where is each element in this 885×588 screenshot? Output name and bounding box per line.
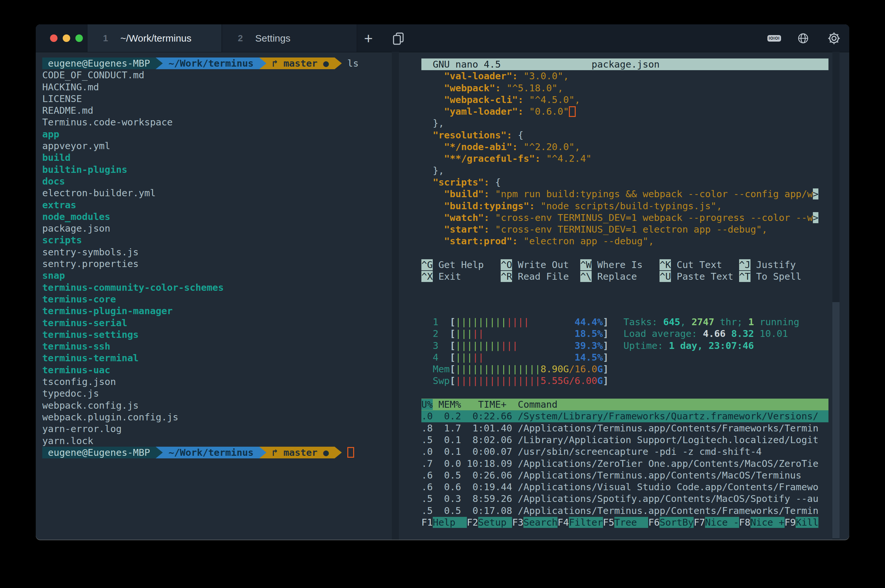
titlebar: 1 ~/Work/terminus 2 Settings + IOIOI bbox=[36, 24, 849, 52]
terminal-segment: ^\ bbox=[580, 271, 592, 282]
terminal-segment: ^X bbox=[422, 271, 433, 282]
terminal-segment: ↱ master ● bbox=[266, 57, 334, 69]
terminal-segment: ] bbox=[603, 340, 609, 351]
terminal-segment: "3.0.0", bbox=[524, 70, 569, 81]
right-pane-scrollbar-thumb[interactable] bbox=[832, 302, 840, 538]
nano-shortcuts-row: ^X Exit ^R Read File ^\ Replace ^U Paste… bbox=[422, 271, 828, 282]
terminal-segment bbox=[156, 57, 163, 69]
terminal-segment: ||||||||| bbox=[456, 316, 507, 327]
terminal-segment: running bbox=[754, 316, 800, 327]
fkey-bar: F1Help F2Setup F3SearchF4FilterF5Tree F6… bbox=[422, 516, 828, 528]
terminal-line: terminus-serial bbox=[42, 317, 396, 329]
terminal-line: sentry.properties bbox=[42, 258, 396, 270]
terminal-segment: build bbox=[42, 152, 70, 163]
terminal-segment: [ bbox=[450, 375, 455, 386]
tasks-summary: Tasks: 645, 2747 thr; 1 running bbox=[624, 316, 831, 328]
terminal-segment: "build": bbox=[444, 188, 490, 200]
terminal-line: yarn.lock bbox=[42, 435, 396, 447]
terminal-segment: "electron app --debug", bbox=[524, 236, 654, 247]
terminal-line: "build": "npm run build:typings && webpa… bbox=[422, 188, 828, 200]
terminal-segment: ^G bbox=[422, 259, 433, 270]
shell-pane[interactable]: eugene@Eugenes-MBP ~/Work/terminus ↱ mas… bbox=[36, 52, 396, 458]
terminal-segment: Load average: bbox=[624, 328, 703, 339]
terminal-line: extras bbox=[42, 199, 396, 211]
terminal-line: "watch": "cross-env TERMINUS_DEV=1 webpa… bbox=[422, 212, 828, 224]
terminal-segment: Nice + bbox=[750, 517, 784, 528]
terminal-line: node_modules bbox=[42, 211, 396, 222]
settings-gear-icon[interactable] bbox=[828, 32, 840, 45]
terminal-segment: "*/node-abi": bbox=[444, 141, 518, 152]
terminal-segment: F8 bbox=[739, 517, 750, 528]
terminal-segment: [ bbox=[450, 352, 455, 363]
terminal-segment: node_modules bbox=[42, 211, 111, 222]
terminal-segment: 1 day, 23:07:46 bbox=[669, 340, 754, 351]
nano-editor-pane[interactable]: GNU nano 4.5 package.json "val-loader": … bbox=[422, 52, 828, 283]
terminal-segment: ↱ master ● bbox=[266, 447, 334, 458]
terminal-line bbox=[422, 387, 828, 399]
terminal-segment: ^R bbox=[501, 271, 512, 282]
terminal-segment: "resolutions": bbox=[433, 130, 512, 141]
terminal-segment: Filter bbox=[569, 517, 603, 528]
terminal-segment: terminus-core bbox=[42, 294, 116, 305]
terminal-line: tsconfig.json bbox=[42, 376, 396, 387]
terminal-segment: 2 bbox=[422, 328, 450, 339]
terminal-line: }, bbox=[422, 165, 828, 176]
terminal-segment: Search bbox=[524, 517, 558, 528]
close-button[interactable] bbox=[50, 34, 57, 42]
terminal-segment: ^O bbox=[501, 259, 512, 270]
swap-meter: Swp[|||||||||||||||5.55G/6.00G] bbox=[422, 375, 828, 387]
terminal-segment: F9 bbox=[784, 517, 796, 528]
traffic-lights bbox=[50, 34, 83, 42]
terminal-segment: 645 bbox=[663, 316, 680, 327]
terminal-segment: Uptime: bbox=[624, 340, 669, 351]
terminal-line: "val-loader": "3.0.0", bbox=[422, 70, 828, 82]
terminal-line: terminus-terminal bbox=[42, 352, 396, 364]
terminal-segment: "cross-env TERMINUS_DEV=1 webpack --prog… bbox=[495, 212, 813, 223]
terminal-segment: "watch": bbox=[444, 212, 490, 223]
minimize-button[interactable] bbox=[63, 34, 70, 42]
terminal-segment bbox=[259, 447, 266, 458]
terminal-line: CODE_OF_CONDUCT.md bbox=[42, 69, 396, 81]
left-pane-scrollbar[interactable] bbox=[392, 52, 399, 540]
tab-settings[interactable]: 2 Settings bbox=[222, 24, 357, 52]
terminal-segment: terminus-ssh bbox=[42, 341, 111, 352]
split-duplicate-icon[interactable] bbox=[391, 32, 405, 46]
globe-icon[interactable] bbox=[797, 33, 809, 44]
terminal-segment: Tasks: bbox=[624, 316, 663, 327]
terminal-segment: "npm run build:typings && webpack --colo… bbox=[495, 188, 813, 200]
terminal-segment: app bbox=[42, 129, 59, 140]
tab-work-terminus[interactable]: 1 ~/Work/terminus bbox=[87, 24, 222, 52]
terminal-line: terminus-ssh bbox=[42, 340, 396, 352]
terminal-line: yarn-error.log bbox=[42, 423, 396, 435]
terminal-line: README.md bbox=[42, 105, 396, 116]
process-row: .7 0.0 10:18.09 /Applications/ZeroTier O… bbox=[422, 458, 828, 470]
terminal-line: terminus-core bbox=[42, 293, 396, 305]
terminal-segment: "start": bbox=[444, 224, 490, 235]
serial-port-icon[interactable]: IOIOI bbox=[767, 35, 781, 42]
terminal-segment: Nice - bbox=[705, 517, 739, 528]
terminal-segment: 8.32 bbox=[731, 328, 760, 339]
tab-index: 2 bbox=[238, 33, 243, 44]
terminal-segment: docs bbox=[42, 176, 65, 187]
terminal-segment: ^T bbox=[739, 271, 750, 282]
text-cursor bbox=[347, 447, 354, 458]
new-tab-button[interactable]: + bbox=[359, 24, 378, 52]
terminal-segment: Help bbox=[433, 517, 467, 528]
terminal-segment: G bbox=[597, 375, 603, 386]
terminal-segment: ^U bbox=[660, 271, 671, 282]
terminal-segment: Kill bbox=[796, 517, 818, 528]
cpu-meter: 4 [||||| 14.5%] bbox=[422, 351, 828, 363]
terminal-line: electron-builder.yml bbox=[42, 187, 396, 199]
terminal-segment: terminus-uac bbox=[42, 364, 111, 375]
terminal-segment: 1 bbox=[422, 316, 450, 327]
terminal-line: app bbox=[42, 128, 396, 140]
terminal-line: "yaml-loader": "0.6.0" bbox=[422, 106, 828, 117]
terminal-segment: |||| bbox=[507, 316, 529, 327]
terminal-segment: snap bbox=[42, 270, 65, 281]
terminal-segment: || bbox=[472, 328, 484, 339]
terminal-segment: 18.5% bbox=[574, 328, 603, 339]
terminal-segment: Setup bbox=[478, 517, 512, 528]
zoom-button[interactable] bbox=[75, 34, 83, 42]
terminal-line: "resolutions": { bbox=[422, 129, 828, 141]
terminal-line: scripts bbox=[42, 234, 396, 246]
